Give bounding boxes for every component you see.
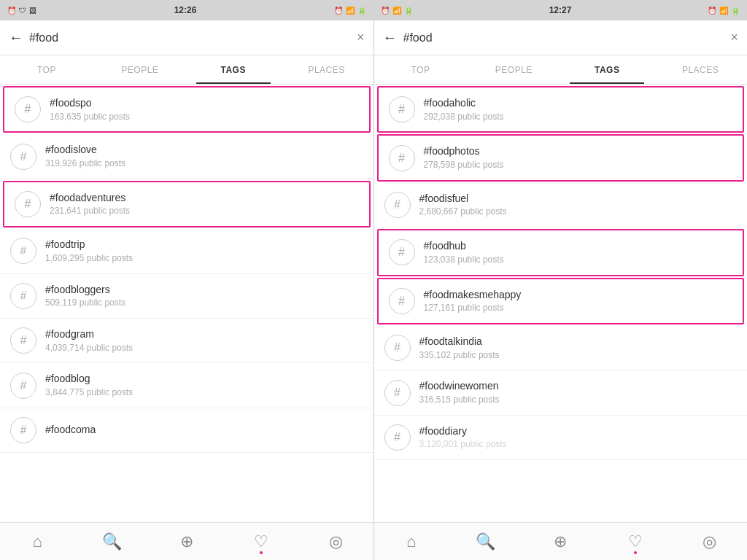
left-nav-heart[interactable]: ♡	[224, 523, 298, 560]
left-time: 12:26	[174, 5, 197, 15]
right-hash-icon-foodisfuel: #	[384, 192, 411, 218]
left-tag-item-foodadventures[interactable]: # #foodadventures 231,641 public posts	[3, 181, 371, 228]
right-tag-info-foodtalkindia: #foodtalkindia 335,102 public posts	[419, 335, 738, 361]
right-tag-count-foodphotos: 278,598 public posts	[424, 159, 733, 171]
left-tag-info-foodgram: #foodgram 4,039,714 public posts	[45, 327, 363, 354]
left-bottom-nav: ⌂ 🔍 ⊕ ♡ ◎	[0, 522, 374, 560]
right-tag-list: # #foodaholic 292,038 public posts # #fo…	[374, 85, 748, 522]
left-profile-icon: ◎	[329, 532, 343, 551]
right-bottom-nav: ⌂ 🔍 ⊕ ♡ ◎	[374, 522, 748, 560]
left-tag-count-foodspo: 163,635 public posts	[50, 111, 359, 123]
left-tag-name-foodbloggers: #foodbloggers	[45, 283, 363, 298]
left-nav-home[interactable]: ⌂	[0, 523, 74, 560]
right-hash-icon-fooddiary: #	[384, 424, 411, 451]
left-tag-item-foodislove[interactable]: # #foodislove 319,926 public posts	[0, 134, 374, 179]
right-hash-icon-foodmakesmehappy: #	[389, 288, 415, 314]
left-tag-count-foodtrip: 1,609,295 public posts	[45, 252, 363, 265]
right-tag-count-foodwinewomen: 316,515 public posts	[419, 394, 738, 406]
right-tag-name-foodisfuel: #foodisfuel	[419, 192, 738, 206]
left-tag-name-foodspo: #foodspo	[50, 96, 359, 111]
right-hash-icon-foodaholic: #	[389, 96, 415, 122]
right-tag-item-foodhub[interactable]: # #foodhub 123,038 public posts	[377, 229, 745, 276]
left-tag-item-foodblog[interactable]: # #foodblog 3,844,775 public posts	[0, 363, 374, 408]
right-search-bar: ← ×	[374, 20, 748, 55]
status-bar: ⏰ 🛡 🖼 12:26 ⏰ 📶 🔋 ⏰ 📶 🔋 12:27 ⏰ 📶 🔋	[0, 0, 747, 20]
left-tag-info-foodcoma: #foodcoma	[45, 423, 363, 438]
left-tab-tags[interactable]: TAGS	[187, 55, 280, 84]
left-search-input[interactable]	[29, 31, 351, 44]
left-hash-icon-foodcoma: #	[10, 417, 36, 443]
left-nav-search[interactable]: 🔍	[74, 523, 149, 560]
left-tab-places[interactable]: PLACES	[280, 55, 374, 84]
left-heart-dot	[260, 551, 263, 554]
left-tag-item-foodbloggers[interactable]: # #foodbloggers 509,119 public posts	[0, 274, 374, 319]
left-tag-name-foodcoma: #foodcoma	[45, 423, 363, 438]
right-search-input[interactable]	[403, 31, 725, 44]
right-tag-item-foodphotos[interactable]: # #foodphotos 278,598 public posts	[377, 134, 745, 181]
left-heart-icon: ♡	[254, 532, 268, 551]
right-status-icons: ⏰ 📶 🔋	[381, 7, 413, 15]
right-tag-info-foodwinewomen: #foodwinewomen 316,515 public posts	[419, 379, 738, 405]
right-tag-name-fooddiary: #fooddiary	[419, 424, 738, 439]
right-home-icon: ⌂	[406, 532, 416, 551]
left-tag-item-foodgram[interactable]: # #foodgram 4,039,714 public posts	[0, 319, 374, 363]
left-tag-item-foodtrip[interactable]: # #foodtrip 1,609,295 public posts	[0, 229, 374, 273]
right-tag-info-foodhub: #foodhub 123,038 public posts	[424, 239, 733, 265]
left-tag-name-foodgram: #foodgram	[45, 327, 363, 342]
right-tag-item-foodaholic[interactable]: # #foodaholic 292,038 public posts	[377, 86, 745, 133]
right-nav-profile[interactable]: ◎	[673, 523, 747, 560]
left-tag-count-foodadventures: 231,641 public posts	[50, 205, 359, 217]
right-nav-search[interactable]: 🔍	[449, 523, 523, 560]
right-tag-item-foodmakesmehappy[interactable]: # #foodmakesmehappy 127,161 public posts	[377, 278, 745, 324]
left-tag-item-foodspo[interactable]: # #foodspo 163,635 public posts	[3, 86, 371, 133]
right-tab-top[interactable]: TOP	[374, 55, 468, 84]
right-network-icons: ⏰ 📶 🔋	[708, 7, 740, 15]
right-tag-name-foodaholic: #foodaholic	[424, 96, 733, 111]
left-tag-list: # #foodspo 163,635 public posts # #foodi…	[0, 85, 374, 522]
right-tag-count-foodhub: 123,038 public posts	[424, 254, 733, 266]
left-add-icon: ⊕	[180, 532, 193, 551]
left-tag-count-foodislove: 319,926 public posts	[45, 158, 363, 170]
right-tag-info-foodaholic: #foodaholic 292,038 public posts	[424, 96, 733, 122]
left-tag-name-foodtrip: #foodtrip	[45, 238, 363, 252]
left-nav-add[interactable]: ⊕	[150, 523, 224, 560]
right-nav-add[interactable]: ⊕	[523, 523, 597, 560]
right-search-icon: 🔍	[476, 532, 495, 551]
right-tab-tags[interactable]: TAGS	[560, 55, 654, 84]
left-home-icon: ⌂	[33, 532, 42, 551]
left-tag-info-foodspo: #foodspo 163,635 public posts	[50, 96, 359, 122]
left-close-button[interactable]: ×	[357, 30, 365, 45]
right-tag-name-foodtalkindia: #foodtalkindia	[419, 335, 738, 349]
left-network-icons: ⏰ 📶 🔋	[334, 7, 366, 15]
right-tag-item-foodtalkindia[interactable]: # #foodtalkindia 335,102 public posts	[374, 326, 748, 370]
right-nav-heart[interactable]: ♡	[597, 523, 672, 560]
left-tab-people[interactable]: PEOPLE	[93, 55, 187, 84]
left-hash-icon-foodtrip: #	[10, 238, 36, 264]
right-tag-count-foodaholic: 292,038 public posts	[424, 111, 733, 123]
left-tag-name-foodadventures: #foodadventures	[50, 191, 359, 206]
left-tag-info-foodblog: #foodblog 3,844,775 public posts	[45, 372, 363, 398]
right-nav-home[interactable]: ⌂	[374, 523, 449, 560]
right-tab-people[interactable]: PEOPLE	[467, 55, 560, 84]
left-tag-count-foodbloggers: 509,119 public posts	[45, 297, 363, 309]
left-tag-info-foodislove: #foodislove 319,926 public posts	[45, 143, 363, 169]
right-tag-item-fooddiary[interactable]: # #fooddiary 3,120,001 public posts	[374, 416, 748, 460]
right-tag-item-foodisfuel[interactable]: # #foodisfuel 2,680,667 public posts	[374, 183, 748, 228]
right-tab-places[interactable]: PLACES	[654, 55, 747, 84]
right-tag-info-foodisfuel: #foodisfuel 2,680,667 public posts	[419, 192, 738, 218]
right-tag-count-foodmakesmehappy: 127,161 public posts	[424, 302, 733, 314]
right-back-button[interactable]: ←	[383, 29, 398, 46]
left-tab-nav: TOP PEOPLE TAGS PLACES	[0, 55, 374, 85]
right-tag-item-foodwinewomen[interactable]: # #foodwinewomen 316,515 public posts	[374, 370, 748, 415]
left-hash-icon-foodislove: #	[10, 144, 36, 170]
left-tab-top[interactable]: TOP	[0, 55, 93, 84]
left-nav-profile[interactable]: ◎	[298, 523, 373, 560]
left-tag-info-foodbloggers: #foodbloggers 509,119 public posts	[45, 283, 363, 309]
left-back-button[interactable]: ←	[9, 29, 23, 46]
left-tag-info-foodadventures: #foodadventures 231,641 public posts	[50, 191, 359, 217]
left-tag-count-foodgram: 4,039,714 public posts	[45, 342, 363, 354]
left-search-icon: 🔍	[102, 532, 122, 551]
right-close-button[interactable]: ×	[730, 30, 738, 45]
left-tag-item-foodcoma[interactable]: # #foodcoma	[0, 408, 374, 453]
left-hash-icon-foodbloggers: #	[10, 283, 36, 309]
